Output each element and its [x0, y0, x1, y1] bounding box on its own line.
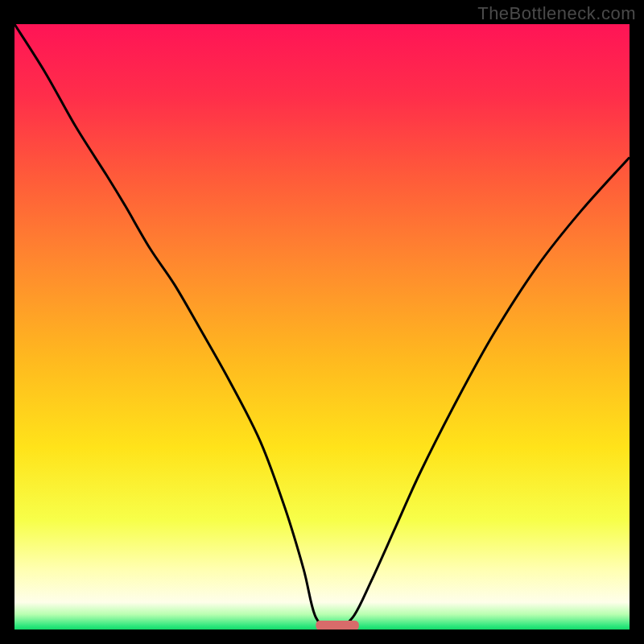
plot-area [14, 24, 630, 630]
chart-frame: TheBottleneck.com [0, 0, 644, 644]
bottleneck-chart [14, 24, 630, 630]
gradient-background [14, 24, 630, 630]
minimum-marker [316, 621, 358, 630]
watermark-text: TheBottleneck.com [477, 3, 636, 24]
